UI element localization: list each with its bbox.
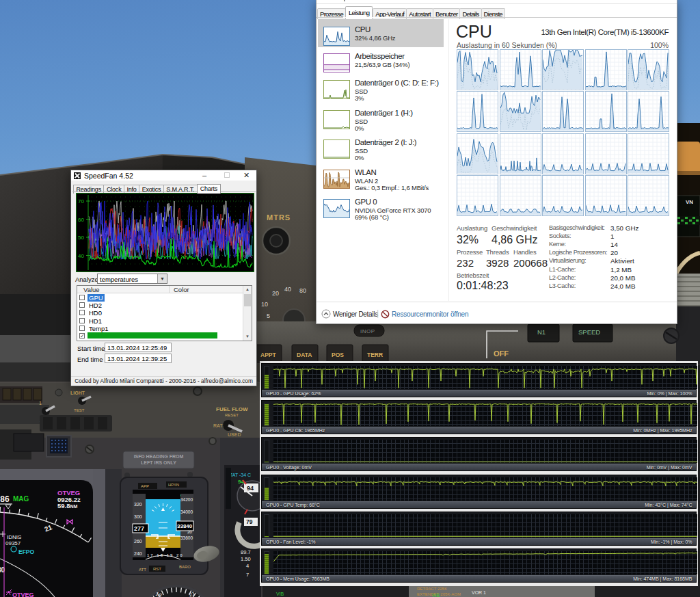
svg-text:POS: POS [332,351,344,358]
svg-text:USED: USED [228,432,241,437]
svg-text:33840: 33840 [177,523,193,529]
svg-text:260: 260 [134,539,142,544]
svg-text:20: 20 [187,530,192,534]
svg-text:EFPO: EFPO [18,548,35,555]
svg-text:RESET: RESET [225,413,239,417]
svg-text:RST: RST [153,567,161,571]
svg-text:FUEL FLOW: FUEL FLOW [216,406,248,412]
svg-text:RETRACT 225K: RETRACT 225K [417,587,447,591]
svg-text:N1: N1 [537,328,546,336]
svg-text:300: 300 [134,514,142,519]
svg-text:MAG: MAG [13,495,29,503]
svg-text:ATT: ATT [139,568,146,572]
svg-text:VN: VN [686,199,693,205]
svg-text:VIB: VIB [276,592,284,596]
svg-text:OFF: OFF [494,349,509,358]
svg-text:.86: .86 [0,494,10,504]
svg-text:79: 79 [246,518,253,525]
svg-text:LEFT IRS ONLY: LEFT IRS ONLY [141,460,176,465]
svg-text:50: 50 [78,235,84,241]
svg-text:5: 5 [267,313,270,319]
svg-text:DATA: DATA [297,351,312,358]
svg-text:INOP: INOP [360,328,375,334]
svg-text:09357: 09357 [5,540,21,546]
svg-text:80: 80 [299,287,306,294]
svg-text:VOR 1: VOR 1 [472,590,486,595]
svg-text:40: 40 [284,286,291,293]
svg-text:IDNIS: IDNIS [7,534,21,540]
svg-text:89.7: 89.7 [241,549,251,555]
svg-text:TERR: TERR [367,351,383,358]
svg-text:4: 4 [246,563,249,569]
svg-text:MTRS: MTRS [267,213,291,222]
svg-text:BARO: BARO [179,565,191,569]
svg-text:70: 70 [78,198,84,204]
svg-text:VIB: VIB [432,593,440,597]
svg-text:1.50: 1.50 [241,556,251,562]
svg-text:7: 7 [246,572,249,578]
svg-text:TEST: TEST [74,408,85,412]
svg-text:34200: 34200 [180,497,193,502]
svg-text:33600: 33600 [180,535,193,540]
svg-text:40: 40 [78,253,84,259]
svg-text:1: 1 [39,401,42,406]
svg-text:240: 240 [134,551,142,556]
svg-text:HP/IN: HP/IN [168,483,179,487]
svg-text:APP: APP [141,484,149,488]
svg-text:TAT -34 C: TAT -34 C [230,473,251,477]
svg-text:34000: 34000 [180,509,193,514]
svg-text:320: 320 [134,502,142,507]
svg-text:LIGHT: LIGHT [70,390,85,395]
svg-text:APPT: APPT [260,351,276,358]
svg-text:60: 60 [78,217,84,223]
svg-text:20: 20 [272,290,279,297]
svg-text:ISFD HEADING FROM: ISFD HEADING FROM [134,454,184,459]
svg-text:94: 94 [247,485,254,492]
svg-text:10: 10 [261,301,268,308]
svg-text:277: 277 [134,525,144,532]
svg-text:SPEED: SPEED [578,328,600,336]
svg-text:OTVEG: OTVEG [12,592,34,597]
